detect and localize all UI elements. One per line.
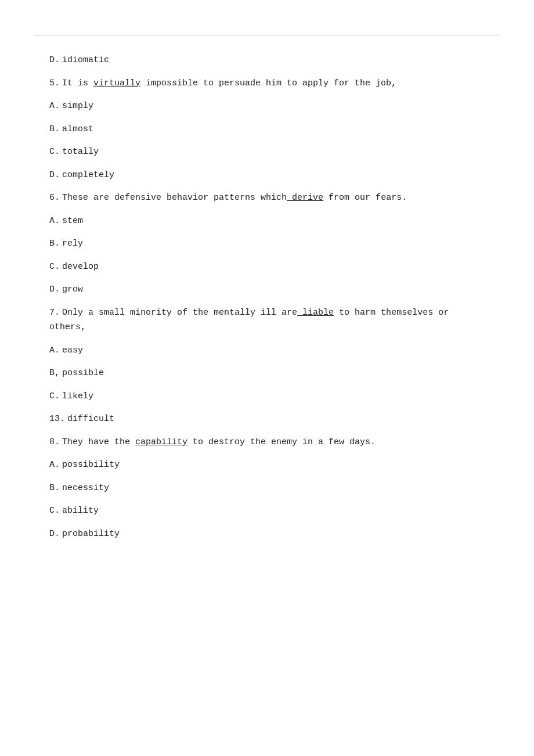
- option-text: necessity: [62, 483, 109, 493]
- option-text: completely: [62, 170, 114, 180]
- option-text: idiomatic: [62, 55, 109, 65]
- question-line: 6.These are defensive behavior patterns …: [49, 190, 485, 206]
- option-line: D.idiomatic: [49, 53, 485, 68]
- option-line: C.totally: [49, 145, 485, 160]
- question-text: They have the: [62, 437, 135, 447]
- option-text: difficult: [67, 414, 114, 424]
- option-text: possible: [62, 368, 104, 378]
- question-line: 5.It is virtually impossible to persuade…: [49, 76, 485, 91]
- option-line: B,possible: [49, 366, 485, 381]
- option-line: B.rely: [49, 236, 485, 251]
- option-label: A.: [49, 101, 60, 111]
- option-label: C.: [49, 506, 60, 516]
- option-line: B.necessity: [49, 481, 485, 496]
- option-text: rely: [62, 239, 83, 249]
- option-line: D.probability: [49, 527, 485, 542]
- underlined-word: derive: [287, 193, 323, 203]
- underlined-word: capability: [135, 437, 187, 447]
- option-line: B.almost: [49, 122, 485, 137]
- option-line: 13.difficult: [49, 412, 485, 427]
- option-text: totally: [62, 147, 99, 157]
- option-label: C.: [49, 262, 60, 272]
- option-label: B.: [49, 239, 60, 249]
- option-text: possibility: [62, 460, 120, 470]
- question-text: to destroy the enemy in a few days.: [187, 437, 376, 447]
- option-label: A.: [49, 460, 60, 470]
- question-number: 6.: [49, 193, 60, 203]
- option-line: A.stem: [49, 214, 485, 229]
- option-label: D.: [49, 170, 60, 180]
- option-text: simply: [62, 101, 93, 111]
- option-line: D.completely: [49, 168, 485, 183]
- option-label: B.: [49, 483, 60, 493]
- option-text: likely: [62, 391, 93, 401]
- questions-container: D.idiomatic5.It is virtually impossible …: [49, 53, 485, 541]
- option-label: B,: [49, 368, 60, 378]
- main-content: D.idiomatic5.It is virtually impossible …: [0, 35, 534, 573]
- option-label: A.: [49, 345, 60, 355]
- option-text: ability: [62, 506, 99, 516]
- option-label: B.: [49, 124, 60, 134]
- question-line: 7.Only a small minority of the mentally …: [49, 305, 485, 335]
- option-label: D.: [49, 529, 60, 539]
- option-line: A.possibility: [49, 458, 485, 473]
- option-label: D.: [49, 285, 60, 294]
- option-text: probability: [62, 529, 120, 539]
- option-line: A.simply: [49, 99, 485, 114]
- question-text: impossible to persuade him to apply for …: [140, 78, 396, 88]
- option-label: C.: [49, 147, 60, 157]
- underlined-word: virtually: [93, 78, 140, 88]
- question-number: 5.: [49, 78, 60, 88]
- option-line: A.easy: [49, 343, 485, 358]
- question-text: These are defensive behavior patterns wh…: [62, 193, 287, 203]
- option-label: C.: [49, 391, 60, 401]
- option-text: easy: [62, 345, 83, 355]
- option-line: C.likely: [49, 389, 485, 404]
- option-text: stem: [62, 216, 83, 226]
- option-text: grow: [62, 285, 83, 294]
- question-text: It is: [62, 78, 93, 88]
- question-text: from our fears.: [323, 193, 407, 203]
- option-text: almost: [62, 124, 93, 134]
- question-number: 7.: [49, 308, 60, 318]
- underlined-word: liable: [297, 308, 334, 318]
- option-line: D.grow: [49, 282, 485, 297]
- question-number: 8.: [49, 437, 60, 447]
- option-text: develop: [62, 262, 99, 272]
- option-label: A.: [49, 216, 60, 226]
- question-line: 8.They have the capability to destroy th…: [49, 435, 485, 450]
- option-label: D.: [49, 55, 60, 65]
- option-line: C.ability: [49, 503, 485, 519]
- option-label: 13.: [49, 414, 65, 424]
- option-line: C.develop: [49, 260, 485, 275]
- question-text: Only a small minority of the mentally il…: [62, 308, 297, 318]
